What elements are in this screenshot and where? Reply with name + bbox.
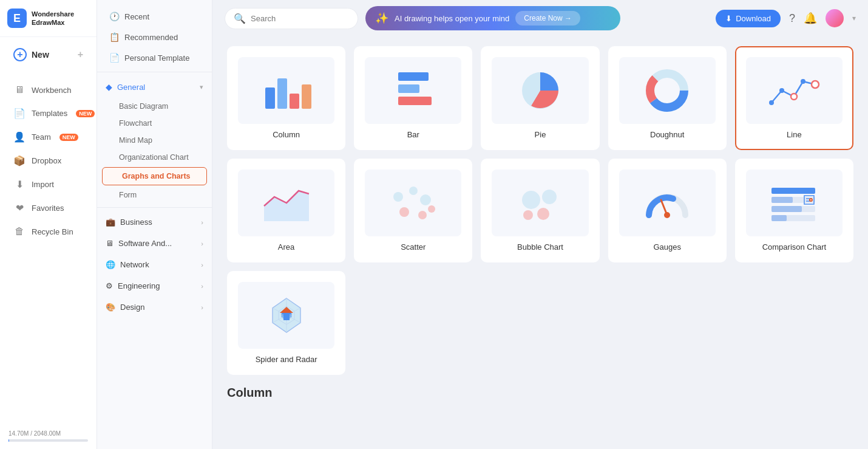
sidebar-item-label: Dropbox [32, 156, 61, 165]
chart-card-area[interactable]: Area [227, 159, 345, 262]
svg-rect-4 [398, 72, 429, 81]
sidebar-item-favorites[interactable]: ❤ Favorites [4, 197, 93, 219]
logo-icon: E [7, 9, 27, 28]
download-button[interactable]: ⬇ Download [716, 10, 781, 27]
svg-point-21 [420, 194, 431, 205]
left-panel: 🕐 Recent 📋 Recommended 📄 Personal Templa… [97, 0, 212, 449]
sidebar-item-recycle[interactable]: 🗑 Recycle Bin [4, 221, 93, 242]
nav-network[interactable]: 🌐 Network › [97, 254, 212, 275]
chart-thumb-line [746, 57, 843, 124]
storage-track [8, 439, 88, 442]
svg-point-30 [664, 212, 670, 218]
help-icon[interactable]: ? [789, 12, 795, 25]
nav-business[interactable]: 💼 Business › [97, 211, 212, 233]
svg-point-20 [409, 187, 418, 195]
chart-card-line[interactable]: Line [735, 46, 853, 150]
chart-card-spider[interactable]: Spider and Radar [227, 271, 345, 375]
templates-icon: 📄 [13, 108, 25, 119]
nav-design[interactable]: 🎨 Design › [97, 296, 212, 318]
chart-card-gauges[interactable]: Gauges [608, 159, 727, 262]
chart-thumb-bubble [492, 170, 588, 236]
sidebar-item-team[interactable]: 👤 Team NEW [4, 126, 93, 148]
header-right: ⬇ Download ? 🔔 ▾ [716, 9, 856, 27]
main-content: 🔍 ✨ AI drawing helps open your mind Crea… [212, 0, 868, 449]
chart-label-bar: Bar [407, 130, 419, 139]
nav-basic-diagram[interactable]: Basic Diagram [97, 98, 212, 115]
chart-card-scatter[interactable]: Scatter [354, 159, 472, 262]
chart-thumb-bar [365, 57, 461, 124]
network-chevron-icon: › [201, 261, 203, 269]
chart-label-line: Line [787, 130, 802, 139]
svg-rect-33 [771, 197, 793, 203]
software-icon: 🖥 [106, 239, 114, 248]
svg-point-28 [523, 210, 533, 220]
ai-btn-label: Create Now → [524, 14, 572, 22]
chart-card-comparison[interactable]: Comparison Chart [735, 159, 853, 262]
sidebar-item-label: Import [32, 180, 54, 189]
sidebar-item-dropbox[interactable]: 📦 Dropbox [4, 149, 93, 172]
nav-graphs-charts[interactable]: Graphs and Charts [102, 167, 207, 185]
chart-thumb-scatter [365, 170, 461, 236]
chart-card-bubble[interactable]: Bubble Chart [481, 159, 599, 262]
sidebar-item-label: Workbench [32, 86, 72, 95]
sidebar-item-workbench[interactable]: 🖥 Workbench [4, 79, 93, 101]
svg-rect-6 [398, 97, 432, 105]
app-name: WondershareEdrawMax [32, 10, 74, 27]
nav-general[interactable]: ◆ General ▾ [97, 76, 212, 98]
sidebar-item-import[interactable]: ⬇ Import [4, 173, 93, 196]
nav-mind-map[interactable]: Mind Map [97, 132, 212, 149]
sidebar-item-templates[interactable]: 📄 Templates NEW [4, 102, 93, 125]
nav-design-label: Design [120, 303, 144, 312]
engineering-chevron-icon: › [201, 283, 203, 290]
svg-rect-0 [265, 87, 275, 109]
chart-grid-row1: Column Bar [227, 46, 853, 150]
svg-point-27 [537, 208, 549, 220]
chart-card-doughnut[interactable]: Doughnut [608, 46, 727, 150]
nav-recommended[interactable]: 📋 Recommended [97, 27, 212, 47]
download-btn-label: Download [736, 14, 771, 23]
search-input[interactable] [251, 14, 349, 23]
nav-flowchart[interactable]: Flowchart [97, 115, 212, 132]
nav-engineering[interactable]: ⚙ Engineering › [97, 275, 212, 296]
avatar[interactable] [826, 9, 844, 27]
nav-org-chart[interactable]: Organizational Chart [97, 149, 212, 166]
search-bar[interactable]: 🔍 [225, 8, 358, 29]
ai-banner-text: AI drawing helps open your mind [395, 14, 509, 23]
favorites-icon: ❤ [13, 202, 25, 214]
chart-grid-row2: Area Scatter [227, 159, 853, 262]
chart-grid-row3: Spider and Radar [227, 271, 853, 375]
nav-basic-diagram-label: Basic Diagram [119, 102, 168, 111]
sidebar-item-label: Templates [32, 109, 67, 118]
recycle-icon: 🗑 [13, 226, 25, 237]
chart-label-scatter: Scatter [401, 242, 426, 252]
new-icon: + [13, 48, 27, 61]
ai-icon: ✨ [375, 12, 388, 25]
design-chevron-icon: › [201, 304, 203, 311]
storage-fill [8, 439, 9, 442]
chart-label-spider: Spider and Radar [256, 355, 317, 364]
chart-card-bar[interactable]: Bar [354, 46, 472, 150]
svg-point-19 [393, 192, 403, 202]
sidebar-item-label: Team [32, 132, 51, 142]
business-icon: 💼 [106, 218, 115, 227]
nav-recent[interactable]: 🕐 Recent [97, 6, 212, 27]
svg-rect-37 [771, 215, 787, 221]
chart-card-column[interactable]: Column [227, 46, 345, 150]
nav-form[interactable]: Form [97, 187, 212, 204]
svg-point-15 [801, 79, 805, 84]
svg-point-12 [769, 100, 774, 105]
sidebar-nav: 🖥 Workbench 📄 Templates NEW 👤 Team NEW 📦… [0, 72, 97, 425]
software-chevron-icon: › [201, 240, 203, 247]
nav-software[interactable]: 🖥 Software And... › [97, 233, 212, 254]
ai-create-button[interactable]: Create Now → [515, 11, 580, 26]
grid-container: Column Bar [212, 36, 868, 449]
chart-card-pie[interactable]: Pie [481, 46, 599, 150]
chart-label-pie: Pie [535, 130, 546, 139]
new-button[interactable]: + New + [4, 42, 93, 67]
ai-banner: ✨ AI drawing helps open your mind Create… [365, 6, 620, 30]
chart-label-doughnut: Doughnut [650, 130, 684, 139]
nav-software-label: Software And... [118, 239, 172, 248]
nav-personal-template[interactable]: 📄 Personal Template [97, 47, 212, 68]
notification-icon[interactable]: 🔔 [804, 12, 817, 25]
nav-org-chart-label: Organizational Chart [119, 153, 189, 162]
